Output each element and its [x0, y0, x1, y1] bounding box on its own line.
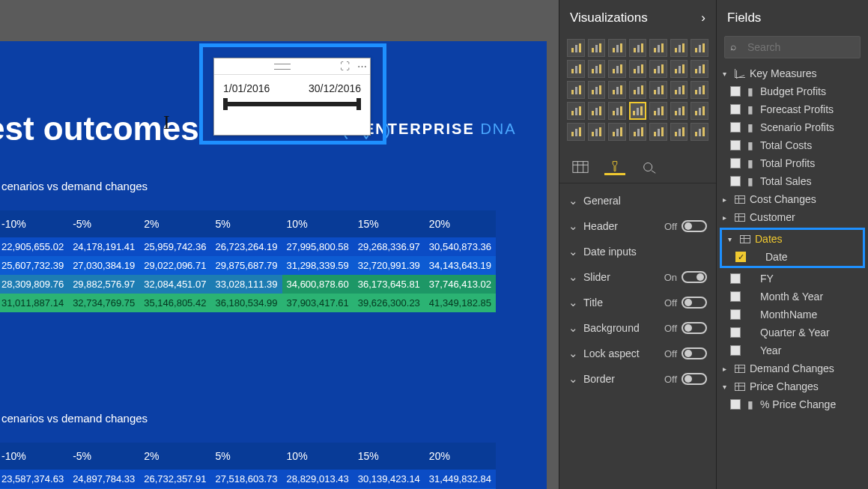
- viz-ellipsis-icon[interactable]: [691, 123, 708, 141]
- checkbox[interactable]: [730, 291, 741, 302]
- viz-kpi-icon[interactable]: [608, 102, 626, 120]
- checkbox[interactable]: [730, 273, 741, 284]
- field-quarter-year[interactable]: Quarter & Year: [717, 324, 868, 341]
- matrix-col-header[interactable]: 5%: [210, 443, 282, 470]
- field-budget-profits[interactable]: ▮Budget Profits: [717, 82, 868, 100]
- matrix-col-header[interactable]: -10%: [0, 443, 68, 470]
- viz-card-icon[interactable]: [567, 102, 585, 120]
- matrix-col-header[interactable]: 20%: [425, 210, 496, 237]
- matrix-cell[interactable]: 27,030,384.19: [68, 256, 139, 275]
- table-customer[interactable]: Customer: [717, 208, 868, 226]
- field-total-costs[interactable]: ▮Total Costs: [717, 136, 868, 154]
- viz-treemap-icon[interactable]: [608, 81, 626, 99]
- viz-stacked-bar-icon[interactable]: [567, 39, 585, 57]
- checkbox[interactable]: [730, 104, 741, 115]
- matrix-cell[interactable]: 32,720,991.39: [353, 256, 425, 275]
- field-fy[interactable]: FY: [717, 270, 868, 288]
- field-year[interactable]: Year: [717, 341, 868, 359]
- field-date[interactable]: Date: [722, 248, 863, 266]
- table-price-changes[interactable]: Price Changes: [717, 377, 868, 395]
- viz-matrix-icon[interactable]: [670, 102, 688, 120]
- checkbox[interactable]: [735, 252, 746, 262]
- matrix-col-header[interactable]: 15%: [353, 443, 425, 470]
- viz-slicer-icon[interactable]: [629, 102, 647, 120]
- slicer-handle-left[interactable]: [223, 98, 228, 110]
- matrix-cell[interactable]: 29,882,576.97: [68, 275, 139, 294]
- analytics-tab-icon[interactable]: [639, 159, 660, 175]
- table-dates[interactable]: Dates: [722, 230, 863, 248]
- viz-pie-icon[interactable]: [567, 81, 585, 99]
- fields-tab-icon[interactable]: [570, 159, 591, 175]
- checkbox[interactable]: [730, 140, 741, 151]
- format-section-border[interactable]: BorderOff: [559, 366, 716, 392]
- format-section-lock-aspect[interactable]: Lock aspectOff: [559, 341, 716, 366]
- checkbox[interactable]: [730, 86, 741, 97]
- matrix-cell[interactable]: 37,746,413.02: [425, 275, 496, 294]
- matrix-cell[interactable]: 31,298,339.59: [282, 256, 353, 275]
- matrix-cell[interactable]: 28,829,013.43: [282, 470, 353, 488]
- checkbox[interactable]: [730, 345, 741, 356]
- viz-line-col-icon[interactable]: [629, 60, 647, 78]
- chevron-right-icon[interactable]: ›: [701, 10, 705, 25]
- matrix-cell[interactable]: 32,084,451.07: [139, 275, 210, 294]
- toggle-switch[interactable]: [682, 347, 707, 359]
- table-key-measures[interactable]: Key Measures: [717, 64, 868, 82]
- field-scenario-profits[interactable]: ▮Scenario Profits: [717, 118, 868, 136]
- slicer-end-date[interactable]: 30/12/2016: [309, 82, 361, 94]
- viz-multi-card-icon[interactable]: [588, 102, 606, 120]
- toggle-switch[interactable]: [682, 271, 707, 283]
- field-total-sales[interactable]: ▮Total Sales: [717, 172, 868, 190]
- viz-stacked-col-icon[interactable]: [608, 39, 626, 57]
- visualizations-header[interactable]: Visualizations ›: [559, 0, 716, 36]
- viz-py-icon[interactable]: [567, 123, 585, 141]
- toggle-switch[interactable]: [682, 322, 707, 334]
- matrix-cell[interactable]: 37,903,417.61: [282, 294, 353, 312]
- viz-donut-icon[interactable]: [588, 81, 606, 99]
- matrix-cell[interactable]: 39,626,300.23: [353, 294, 425, 312]
- matrix-cell[interactable]: 36,173,645.81: [353, 275, 425, 294]
- field-month-year[interactable]: Month & Year: [717, 288, 868, 306]
- viz-stacked-col-100-icon[interactable]: [670, 39, 688, 57]
- format-section-slider[interactable]: SliderOn: [559, 264, 716, 290]
- matrix-cell[interactable]: 36,180,534.99: [210, 294, 282, 312]
- checkbox[interactable]: [730, 309, 741, 320]
- matrix-cell[interactable]: 27,995,800.58: [282, 237, 353, 256]
- more-options-icon[interactable]: ⋯: [357, 61, 367, 72]
- viz-stacked-area-icon[interactable]: [608, 60, 626, 78]
- checkbox[interactable]: [730, 399, 741, 410]
- field--price-change[interactable]: ▮% Price Change: [717, 395, 868, 413]
- matrix-cell[interactable]: 26,723,264.19: [210, 237, 282, 256]
- checkbox[interactable]: [730, 176, 741, 186]
- viz-ribbon-icon[interactable]: [691, 39, 708, 57]
- matrix-cell[interactable]: 25,959,742.36: [139, 237, 210, 256]
- slicer-start-date[interactable]: 1/01/2016: [223, 82, 270, 94]
- format-section-general[interactable]: General: [559, 188, 716, 213]
- viz-stacked-bar-100-icon[interactable]: [649, 39, 667, 57]
- matrix-cell[interactable]: 33,028,111.39: [210, 275, 282, 294]
- viz-table-icon[interactable]: [649, 102, 667, 120]
- matrix-cell[interactable]: 29,268,336.97: [353, 237, 425, 256]
- viz-qa-icon[interactable]: [629, 123, 647, 141]
- toggle-switch[interactable]: [682, 220, 707, 232]
- drag-handle-icon[interactable]: [274, 64, 291, 70]
- matrix-cell[interactable]: 41,349,182.85: [425, 294, 496, 312]
- viz-waterfall-icon[interactable]: [670, 60, 688, 78]
- matrix-col-header[interactable]: -5%: [68, 210, 139, 237]
- matrix-col-header[interactable]: 5%: [210, 210, 282, 237]
- field-total-profits[interactable]: ▮Total Profits: [717, 154, 868, 172]
- matrix-cell[interactable]: 30,139,423.14: [353, 470, 425, 488]
- viz-r-icon[interactable]: [691, 102, 708, 120]
- checkbox[interactable]: [730, 327, 741, 338]
- slicer-track[interactable]: [223, 102, 361, 106]
- viz-clustered-bar-icon[interactable]: [588, 39, 606, 57]
- matrix-cell[interactable]: 34,143,643.19: [425, 256, 496, 275]
- matrix-cell[interactable]: 32,734,769.75: [68, 294, 139, 312]
- viz-line-icon[interactable]: [567, 60, 585, 78]
- fields-header[interactable]: Fields: [717, 0, 868, 36]
- matrix-col-header[interactable]: -10%: [0, 210, 68, 237]
- matrix-cell[interactable]: 27,518,603.73: [210, 470, 282, 488]
- viz-key-influencers-icon[interactable]: [588, 123, 606, 141]
- table-cost-changes[interactable]: Cost Changes: [717, 190, 868, 208]
- toggle-switch[interactable]: [682, 373, 707, 385]
- field-monthname[interactable]: MonthName: [717, 306, 868, 324]
